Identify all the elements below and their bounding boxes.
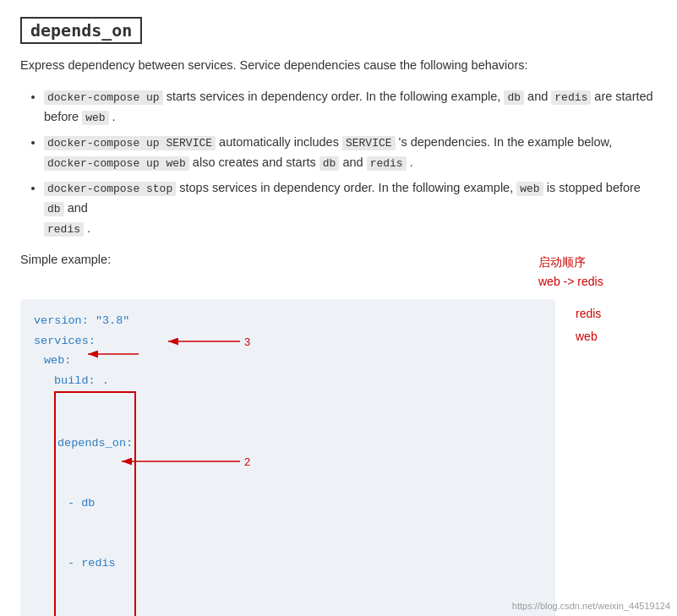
bullet3-code3: db: [44, 202, 64, 216]
bullet2-code4: db: [319, 156, 340, 171]
bullet1-code1: docker-compose up: [44, 90, 163, 105]
bullet2-code3: docker-compose up web: [44, 156, 189, 171]
bullet2-code2: SERVICE: [342, 136, 396, 150]
startup-order: 启动顺序 web -> redis: [521, 253, 657, 293]
bullet1-code4: web: [82, 111, 108, 125]
bullet-item-3: docker-compose stop stops services in de…: [44, 178, 657, 239]
code-right: redis web: [555, 299, 657, 347]
bullet2-code5: redis: [367, 156, 407, 171]
code-line-depends-on: depends_on: - db - redis: [54, 391, 542, 616]
startup-order-title: 启动顺序: [538, 253, 657, 273]
simple-example-row: Simple example: 启动顺序 web -> redis: [20, 253, 657, 293]
code-right-redis: redis: [576, 303, 657, 325]
bullet-item-1: docker-compose up starts services in dep…: [44, 87, 657, 128]
code-line-web: web:: [44, 351, 542, 371]
watermark: https://blog.csdn.net/weixin_44519124: [512, 601, 670, 611]
title-box: depends_on: [20, 17, 142, 44]
bullet3-code4: redis: [44, 222, 84, 237]
code-block: version: "3.8" services: web: build: . d…: [20, 299, 555, 616]
bullet1-code2: db: [504, 90, 524, 105]
bullet1-code3: redis: [551, 90, 591, 105]
bullet2-code1: docker-compose up SERVICE: [44, 136, 216, 150]
bullet3-code2: web: [516, 182, 543, 196]
code-line-services: services:: [34, 331, 542, 352]
intro-text: Express dependency between services. Ser…: [20, 56, 657, 75]
code-right-web: web: [576, 325, 657, 348]
code-line-build: build: .: [54, 371, 542, 391]
bullet3-code1: docker-compose stop: [44, 182, 176, 196]
code-line-version: version: "3.8": [34, 311, 542, 331]
startup-order-subtitle: web -> redis: [538, 272, 657, 292]
bullet-item-2: docker-compose up SERVICE automatically …: [44, 133, 657, 173]
bullet-list: docker-compose up starts services in dep…: [20, 87, 657, 238]
simple-example-label: Simple example:: [20, 253, 111, 266]
